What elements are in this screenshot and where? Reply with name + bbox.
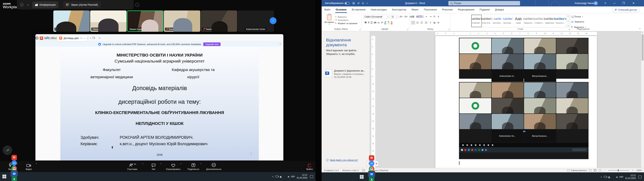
speaker-icon[interactable] (616, 176, 618, 178)
align-left-icon[interactable] (412, 22, 414, 24)
taskbar-app-zoom[interactable]: zm (12, 160, 17, 166)
participants-button[interactable]: 13 Участники (125, 162, 139, 170)
taskbar-app-excel[interactable]: X (12, 176, 17, 181)
borders-icon[interactable]: ⊞ (438, 21, 439, 24)
font-dialog-launcher-icon[interactable] (406, 28, 408, 30)
word-tab-2[interactable]: Вставлення (352, 6, 366, 12)
proofing-icon[interactable] (362, 169, 365, 171)
word-tab-4[interactable]: Конструктор (392, 6, 406, 12)
battery-icon[interactable] (275, 176, 278, 178)
style-chip-2[interactable]: АаБбВЗаголово... (492, 15, 503, 27)
tray-expand-icon[interactable]: ∧ (600, 176, 602, 178)
pilcrow-icon[interactable]: ¶ (438, 16, 439, 18)
avatar[interactable]: АЧ (594, 1, 598, 5)
scroll-up-icon[interactable]: ▲ (642, 32, 643, 33)
subscript-button[interactable]: x₂ (378, 21, 380, 24)
close-icon[interactable]: × (98, 36, 102, 40)
participant-tile[interactable]: Alex Chekan (53, 10, 90, 32)
wifi-icon[interactable] (612, 176, 614, 178)
taskbar-app-chrome[interactable] (369, 166, 374, 172)
superscript-button[interactable]: x² (381, 21, 383, 24)
user-name[interactable]: Александр Чекан (574, 2, 594, 5)
style-chip-6[interactable]: АаБбВвГгСлабке в... (534, 15, 544, 27)
participants-chevron-icon[interactable]: ∧ (142, 162, 144, 164)
tab-conference[interactable]: Конференция (32, 2, 58, 8)
clipboard-dialog-launcher-icon[interactable] (359, 28, 360, 30)
taskbar-app-excel[interactable]: X (369, 177, 374, 181)
participant-tile[interactable]: Oksana Shkromada (90, 10, 126, 32)
embedded-screenshot-1[interactable]: Kolenchenko Vi...Віктор Коленче... (459, 38, 589, 79)
word-tab-0[interactable]: Файл (324, 6, 331, 12)
web-layout-icon[interactable] (599, 169, 601, 171)
taskbar-app-word[interactable]: W (12, 171, 17, 176)
style-chip-1[interactable]: АаБбВвГг,¶ Без інте... (482, 15, 492, 27)
word-tab-8[interactable]: Рецензування (458, 6, 474, 12)
tab-list-chevron-icon[interactable]: ∨ (94, 37, 96, 39)
close-tab-icon[interactable]: × (84, 37, 85, 40)
clock[interactable]: 12:21 01.04.2026 (297, 174, 307, 179)
language-indicator[interactable]: УКР (291, 175, 295, 178)
presentation-slide[interactable]: МІНІСТЕРСТВО ОСВІТИ І НАУКИ УКРАЇНИ Сумс… (60, 47, 259, 160)
taskbar-app-wps[interactable]: W (12, 155, 17, 160)
banner-close-icon[interactable]: × (280, 43, 281, 46)
font-size-select[interactable]: 11∨ (391, 15, 398, 18)
chat-chevron-icon[interactable]: ∧ (160, 162, 162, 164)
vertical-scrollbar[interactable]: ▲ (641, 31, 644, 168)
style-chip-8[interactable]: АаБбВвГгСильне в... (555, 15, 566, 27)
leave-button[interactable]: Выйти (305, 162, 314, 170)
read-mode-icon[interactable] (589, 169, 592, 171)
start-button[interactable] (2, 174, 6, 178)
sort-icon[interactable]: Я↓ (433, 16, 436, 18)
wifi-icon[interactable] (283, 175, 286, 178)
mic-tray-icon[interactable] (280, 176, 281, 178)
account-icon[interactable] (46, 36, 49, 40)
format-painter-button[interactable]: ✎Формат за зразком (335, 22, 357, 24)
print-layout-icon[interactable] (594, 169, 596, 171)
increase-indent-icon[interactable]: ⇥ (430, 15, 431, 18)
info-icon[interactable]: i (20, 3, 24, 6)
react-button[interactable]: Отреагировать (165, 162, 182, 170)
align-right-icon[interactable] (420, 22, 423, 24)
taskbar-app-wps[interactable]: W (369, 155, 374, 161)
highlight-button[interactable]: ✎ (388, 21, 390, 24)
taskbar-app-word[interactable]: W (369, 172, 374, 177)
cut-button[interactable]: ✂Вирізати (335, 16, 357, 18)
find-button[interactable]: Пошук∨ (571, 15, 583, 18)
recovered-file-item[interactable]: Документ1 [відновлено ав... Версія, ство… (326, 70, 366, 78)
banner-upgrade-button[interactable]: Upgrade now (203, 42, 220, 46)
filmstrip-next-button[interactable]: › (270, 17, 276, 24)
copy-button[interactable]: ❐Копіювати (335, 19, 357, 21)
shading-icon[interactable]: ▨ (433, 21, 435, 24)
word-count[interactable]: Кількість слів: 0 (342, 169, 359, 172)
close-icon[interactable]: ✕ (630, 0, 638, 6)
style-chip-3[interactable]: АаБбВвГЗаголово... (503, 15, 513, 27)
grow-font-icon[interactable]: A˄ (400, 15, 403, 18)
paste-button[interactable]: Вставити ∨ (324, 14, 334, 25)
word-tab-9[interactable]: Подання (479, 6, 490, 12)
embedded-screenshot-2[interactable]: Kolenchenko Vic...Віктор Коленче... (459, 82, 589, 159)
ribbon-display-icon[interactable]: ⍐ (601, 0, 610, 6)
zoom-in-icon[interactable]: ＋ (632, 169, 634, 172)
bold-button[interactable]: Ж (364, 21, 367, 24)
zoom-level[interactable]: 100% (636, 169, 642, 172)
autosave-control[interactable]: Автозбереження (325, 2, 350, 5)
recovery-help-link[interactable]: ? Який файл слід зберегти? (326, 159, 358, 161)
wps-document-tab[interactable]: P Доповідь.pptx ⊡ × (57, 35, 87, 41)
text-effects-button[interactable]: A (384, 21, 386, 24)
quick-access-chevron-icon[interactable]: ∨ (366, 2, 368, 4)
save-icon[interactable]: 🖫 (352, 2, 355, 5)
tab-screen-share[interactable]: Экран (Артем Рокочий) (63, 2, 100, 8)
chevron-down-icon[interactable]: ∨ (27, 4, 28, 6)
style-chip-5[interactable]: АаБбВвГг,Підзагало... (524, 15, 534, 27)
tray-expand-icon[interactable]: ∧ (272, 176, 274, 178)
underline-button[interactable]: П (371, 21, 372, 24)
tab-more-options-icon[interactable]: ⋯ (135, 3, 139, 7)
styles-gallery-scroll[interactable]: ▲▼▼ (567, 14, 570, 27)
page-indicator[interactable]: Сторінка 1 із 1 (324, 169, 339, 172)
video-options-chevron-icon[interactable]: ∧ (36, 162, 37, 164)
restore-icon[interactable]: ❐ (620, 0, 628, 6)
font-name-select[interactable]: Calibri (Основний∨ (364, 15, 389, 18)
annotate-button[interactable]: ✎ (3, 146, 12, 155)
clock[interactable]: 12:21 01.04.2026 (625, 174, 636, 180)
style-chip-7[interactable]: АаБбВвГгВиділення (544, 15, 555, 27)
